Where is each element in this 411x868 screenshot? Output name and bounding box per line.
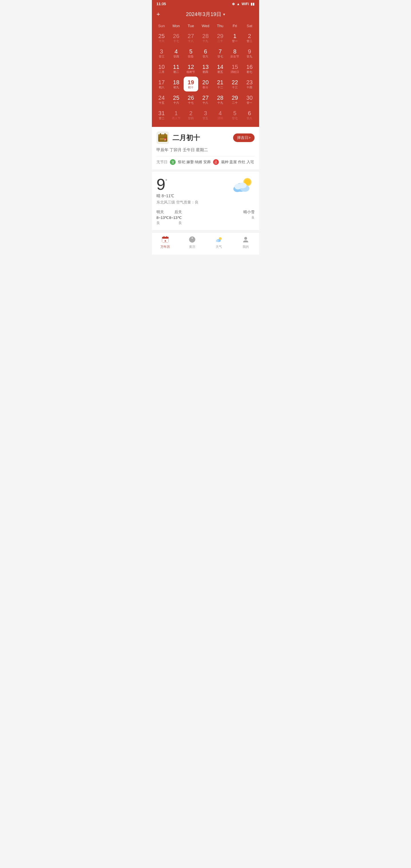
svg-point-23 <box>192 238 193 239</box>
cal-day[interactable]: 6廿八 <box>242 107 257 122</box>
weather-description: 晴 8~11℃ <box>156 193 199 199</box>
weather-main: 9 ° 晴 8~11℃ 东北风三级 空气质量：良 <box>156 176 255 205</box>
svg-rect-2 <box>160 133 161 135</box>
header: + 2024年3月19日 ▾ <box>152 8 259 23</box>
cal-day[interactable]: 16初七 <box>242 61 257 76</box>
jiri-row: 无节日 宜 祭祀 嫁娶 纳婿 安葬 忌 栽种 盖屋 作灶 入宅 <box>156 159 255 165</box>
cal-day[interactable]: 4清明 <box>213 107 227 122</box>
status-icons: ⊕ ▲ WiFi ▮▮ <box>232 2 255 6</box>
cal-day[interactable]: 27十八 <box>184 30 198 45</box>
nav-weather[interactable]: 天气 <box>210 236 227 249</box>
svg-rect-20 <box>166 236 167 238</box>
cal-day[interactable]: 25十六 <box>169 92 183 107</box>
cal-day[interactable]: 9廿九 <box>242 46 257 61</box>
cal-day[interactable]: 15消杖日 <box>227 61 242 76</box>
cal-day[interactable]: 10二月 <box>154 61 169 76</box>
nav-huangli[interactable]: 黄历 <box>184 236 201 249</box>
temp-unit: ° <box>165 179 167 184</box>
weather-nav-icon <box>215 236 223 244</box>
huangli-nav-icon <box>188 236 196 244</box>
calendar-grid: 25十六 26十七 27十八 28十九 29二十 1廿一 2廿二 3廿三 4廿四… <box>154 30 257 122</box>
nav-calendar[interactable]: 8 万年历 <box>157 236 174 249</box>
weather-wind: 东北风三级 空气质量：良 <box>156 200 199 205</box>
lunar-icon: 历 <box>156 131 169 144</box>
add-button[interactable]: + <box>156 10 166 18</box>
nav-huangli-label: 黄历 <box>189 245 195 249</box>
header-title-area[interactable]: 2024年3月19日 ▾ <box>166 11 245 18</box>
cal-day[interactable]: 25十六 <box>154 30 169 45</box>
cal-day[interactable]: 20春分 <box>198 76 213 91</box>
cal-day[interactable]: 12植树节 <box>184 61 198 76</box>
weather-temp-row: 9 ° <box>156 176 199 192</box>
weather-icon <box>232 176 255 193</box>
weather-temp-area: 9 ° 晴 8~11℃ 东北风三级 空气质量：良 <box>156 176 199 205</box>
cal-day[interactable]: 8妇女节 <box>227 46 242 61</box>
calendar: Sun Mon Tue Wed Thu Fri Sat 25十六 26十七 27… <box>152 23 259 127</box>
cal-day[interactable]: 31廿二 <box>154 107 169 122</box>
cal-day[interactable]: 3廿三 <box>154 46 169 61</box>
cal-day[interactable]: 5廿七 <box>227 107 242 122</box>
svg-rect-3 <box>165 133 166 135</box>
forecast-weather-2: 小雪 良 <box>247 210 255 225</box>
dow-fri: Fri <box>227 24 242 28</box>
cal-day[interactable]: 17初八 <box>154 76 169 91</box>
cal-day[interactable]: 28十九 <box>213 92 227 107</box>
择吉日-button[interactable]: 择吉日> <box>233 133 255 142</box>
cal-day[interactable]: 1愚人节 <box>169 107 183 122</box>
forecast-day-2: 后天 <box>169 210 182 215</box>
cal-day[interactable]: 14初五 <box>213 61 227 76</box>
dow-wed: Wed <box>198 24 213 28</box>
bad-badge: 忌 <box>213 159 219 165</box>
forecast-temp-2: 8~13℃ <box>169 216 182 220</box>
battery-icon: ▮▮ <box>251 2 255 6</box>
cal-day[interactable]: 22十三 <box>227 76 242 91</box>
forecast-day-1: 明天 <box>156 210 169 215</box>
cal-day[interactable]: 13初四 <box>198 61 213 76</box>
cal-day[interactable]: 26十七 <box>169 30 183 45</box>
cal-day[interactable]: 4廿四 <box>169 46 183 61</box>
info-section: 历 二月初十 择吉日> 甲辰年 丁卯月 壬午日 星期二 无节日 宜 祭祀 嫁娶 … <box>152 127 259 169</box>
cal-day[interactable]: 3廿五 <box>198 107 213 122</box>
location-icon: ⊕ <box>232 2 235 6</box>
good-items: 祭祀 嫁娶 纳婿 安葬 <box>178 159 211 165</box>
cal-day[interactable]: 29二十 <box>227 92 242 107</box>
forecast-dayafter: 后天 8~13℃ 良 <box>169 210 182 225</box>
status-time: 11:35 <box>156 2 166 6</box>
cal-day[interactable]: 18初九 <box>169 76 183 91</box>
forecast-quality-1: 良 <box>156 221 169 225</box>
cal-day[interactable]: 7廿七 <box>213 46 227 61</box>
svg-point-15 <box>238 183 246 188</box>
cal-day[interactable]: 21十二 <box>213 76 227 91</box>
cal-day[interactable]: 28十九 <box>198 30 213 45</box>
dow-tue: Tue <box>184 24 198 28</box>
svg-rect-1 <box>158 134 167 136</box>
cal-day[interactable]: 2廿四 <box>184 107 198 122</box>
cal-day[interactable]: 1廿一 <box>227 30 242 45</box>
nav-mine[interactable]: 我的 <box>237 236 254 249</box>
divider <box>156 156 255 156</box>
cal-day[interactable]: 26十七 <box>184 92 198 107</box>
cal-day[interactable]: 23十四 <box>242 76 257 91</box>
cal-day[interactable]: 11初二 <box>169 61 183 76</box>
good-badge: 宜 <box>170 159 176 165</box>
cal-day[interactable]: 5惊蛰 <box>184 46 198 61</box>
cal-day[interactable]: 30廿一 <box>242 92 257 107</box>
svg-point-24 <box>192 240 193 242</box>
svg-point-28 <box>244 237 247 240</box>
cal-day[interactable]: 29二十 <box>213 30 227 45</box>
forecast-tomorrow: 明天 8~13℃ 良 <box>156 210 169 225</box>
svg-rect-19 <box>164 236 165 238</box>
status-bar: 11:35 ⊕ ▲ WiFi ▮▮ <box>152 0 259 8</box>
header-title-text: 2024年3月19日 <box>186 11 222 18</box>
cal-day[interactable]: 27十八 <box>198 92 213 107</box>
cal-day[interactable]: 6廿六 <box>198 46 213 61</box>
lunar-date-display: 二月初十 <box>173 133 230 142</box>
cal-day[interactable]: 24十五 <box>154 92 169 107</box>
mine-nav-icon <box>242 236 250 244</box>
calendar-nav-icon: 8 <box>161 236 169 244</box>
svg-text:历: 历 <box>164 139 166 141</box>
cal-day[interactable]: 2廿二 <box>242 30 257 45</box>
cal-day-today[interactable]: 19初十 <box>184 76 198 91</box>
dow-mon: Mon <box>169 24 183 28</box>
forecast-quality-2: 良 <box>169 221 182 225</box>
